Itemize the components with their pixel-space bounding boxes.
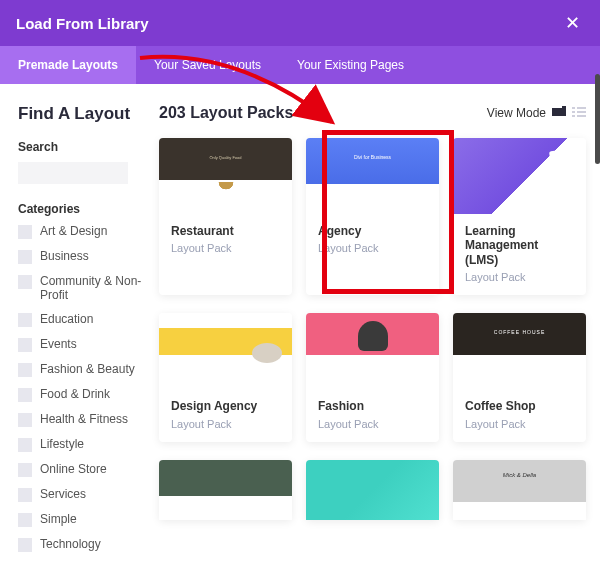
category-item[interactable]: Food & Drink — [18, 387, 145, 402]
card-title: Learning Management (LMS) — [465, 224, 574, 267]
checkbox-icon[interactable] — [18, 488, 32, 502]
card-subtitle: Layout Pack — [318, 418, 427, 430]
category-label: Health & Fitness — [40, 412, 128, 426]
sidebar-title: Find A Layout — [18, 104, 145, 124]
layout-card[interactable] — [159, 460, 292, 520]
layout-card[interactable]: Only Quality FoodRestaurantLayout Pack — [159, 138, 292, 295]
card-subtitle: Layout Pack — [465, 271, 574, 283]
card-body: Design AgencyLayout Pack — [159, 389, 292, 441]
checkbox-icon[interactable] — [18, 513, 32, 527]
category-item[interactable]: Events — [18, 337, 145, 352]
svg-rect-5 — [577, 111, 586, 113]
checkbox-icon[interactable] — [18, 338, 32, 352]
layout-card[interactable]: FashionLayout Pack — [306, 313, 439, 441]
view-mode: View Mode — [487, 106, 586, 121]
card-title: Design Agency — [171, 399, 280, 413]
card-title: Agency — [318, 224, 427, 238]
card-subtitle: Layout Pack — [465, 418, 574, 430]
card-body: Learning Management (LMS)Layout Pack — [453, 214, 586, 295]
layout-card[interactable]: Divi for BusinessAgencyLayout Pack — [306, 138, 439, 295]
close-icon[interactable]: ✕ — [561, 12, 584, 34]
category-item[interactable]: Education — [18, 312, 145, 327]
checkbox-icon[interactable] — [18, 388, 32, 402]
card-thumbnail — [159, 313, 292, 389]
card-subtitle: Layout Pack — [171, 418, 280, 430]
scrollbar-thumb[interactable] — [595, 74, 600, 164]
categories-label: Categories — [18, 202, 145, 216]
card-thumbnail: Only Quality Food — [159, 138, 292, 214]
svg-rect-0 — [552, 108, 566, 116]
category-item[interactable]: Technology — [18, 537, 145, 552]
card-subtitle: Layout Pack — [318, 242, 427, 254]
category-label: Technology — [40, 537, 101, 551]
modal-header: Load From Library ✕ — [0, 0, 600, 46]
pack-count: 203 Layout Packs — [159, 104, 293, 122]
card-thumbnail — [306, 313, 439, 389]
svg-rect-3 — [577, 107, 586, 109]
card-thumbnail: Divi for Business — [306, 138, 439, 214]
category-label: Simple — [40, 512, 77, 526]
svg-rect-7 — [577, 115, 586, 117]
category-item[interactable]: Services — [18, 487, 145, 502]
grid-view-icon[interactable] — [552, 106, 566, 121]
category-item[interactable]: Community & Non-Profit — [18, 274, 145, 302]
category-item[interactable]: Business — [18, 249, 145, 264]
checkbox-icon[interactable] — [18, 313, 32, 327]
category-label: Art & Design — [40, 224, 107, 238]
category-label: Business — [40, 249, 89, 263]
layout-card[interactable] — [306, 460, 439, 520]
checkbox-icon[interactable] — [18, 438, 32, 452]
card-thumbnail — [453, 138, 586, 214]
card-title: Coffee Shop — [465, 399, 574, 413]
category-label: Lifestyle — [40, 437, 84, 451]
list-view-icon[interactable] — [572, 106, 586, 121]
svg-rect-4 — [572, 111, 575, 113]
card-body: Coffee ShopLayout Pack — [453, 389, 586, 441]
card-thumbnail — [306, 460, 439, 520]
card-subtitle: Layout Pack — [171, 242, 280, 254]
tab-0[interactable]: Premade Layouts — [0, 46, 136, 84]
tab-1[interactable]: Your Saved Layouts — [136, 46, 279, 84]
category-item[interactable]: Online Store — [18, 462, 145, 477]
card-body: FashionLayout Pack — [306, 389, 439, 441]
main-header: 203 Layout Packs View Mode — [159, 104, 586, 122]
load-library-modal: Load From Library ✕ Premade LayoutsYour … — [0, 0, 600, 564]
card-thumbnail: Mick & Della — [453, 460, 586, 520]
category-label: Community & Non-Profit — [40, 274, 145, 302]
card-body: RestaurantLayout Pack — [159, 214, 292, 266]
layout-card[interactable]: Mick & Della — [453, 460, 586, 520]
checkbox-icon[interactable] — [18, 250, 32, 264]
category-label: Services — [40, 487, 86, 501]
tab-2[interactable]: Your Existing Pages — [279, 46, 422, 84]
search-label: Search — [18, 140, 145, 154]
checkbox-icon[interactable] — [18, 463, 32, 477]
category-label: Food & Drink — [40, 387, 110, 401]
category-item[interactable]: Lifestyle — [18, 437, 145, 452]
layout-card[interactable]: Learning Management (LMS)Layout Pack — [453, 138, 586, 295]
checkbox-icon[interactable] — [18, 363, 32, 377]
checkbox-icon[interactable] — [18, 275, 32, 289]
checkbox-icon[interactable] — [18, 225, 32, 239]
layout-card[interactable]: Design AgencyLayout Pack — [159, 313, 292, 441]
card-title: Restaurant — [171, 224, 280, 238]
checkbox-icon[interactable] — [18, 538, 32, 552]
category-item[interactable]: Health & Fitness — [18, 412, 145, 427]
tab-bar: Premade LayoutsYour Saved LayoutsYour Ex… — [0, 46, 600, 84]
category-label: Education — [40, 312, 93, 326]
svg-rect-1 — [562, 106, 566, 109]
category-item[interactable]: Fashion & Beauty — [18, 362, 145, 377]
category-label: Online Store — [40, 462, 107, 476]
main-panel: 203 Layout Packs View Mode Only Quality … — [145, 84, 600, 564]
checkbox-icon[interactable] — [18, 413, 32, 427]
layout-card[interactable]: COFFEE HOUSECoffee ShopLayout Pack — [453, 313, 586, 441]
category-item[interactable]: Simple — [18, 512, 145, 527]
card-thumbnail: COFFEE HOUSE — [453, 313, 586, 389]
content-area: Find A Layout Search Categories Art & De… — [0, 84, 600, 564]
modal-title: Load From Library — [16, 15, 149, 32]
card-title: Fashion — [318, 399, 427, 413]
svg-rect-6 — [572, 115, 575, 117]
sidebar: Find A Layout Search Categories Art & De… — [0, 84, 145, 564]
category-item[interactable]: Art & Design — [18, 224, 145, 239]
card-body: AgencyLayout Pack — [306, 214, 439, 266]
search-input[interactable] — [18, 162, 128, 184]
